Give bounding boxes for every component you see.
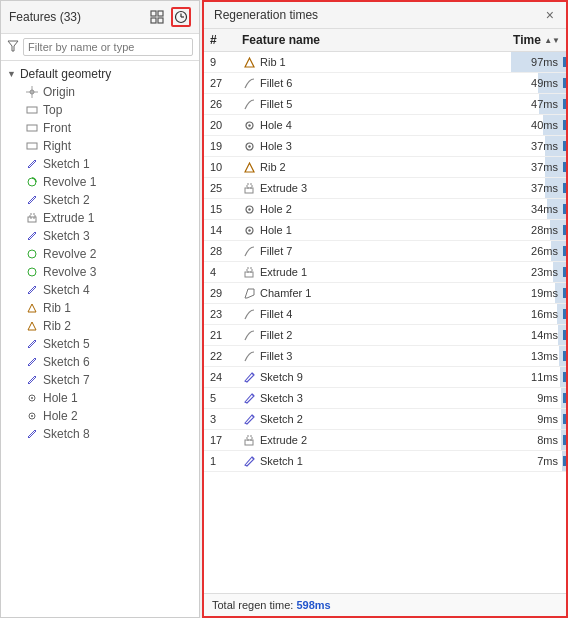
col-header-num: # — [204, 29, 236, 52]
cell-time: 14ms — [496, 325, 566, 346]
sketch3-label: Sketch 3 — [43, 229, 90, 243]
table-row[interactable]: 29 Chamfer 1 19ms — [204, 283, 566, 304]
tree-item-hole1[interactable]: Hole 1 — [1, 389, 199, 407]
cell-name: Hole 2 — [236, 199, 496, 220]
tree-item-rib1[interactable]: Rib 1 — [1, 299, 199, 317]
layout-icon-button[interactable] — [147, 7, 167, 27]
table-row[interactable]: 24 Sketch 9 11ms — [204, 367, 566, 388]
cell-name: Sketch 2 — [236, 409, 496, 430]
svg-marker-7 — [8, 41, 18, 51]
feature-name-text: Extrude 2 — [260, 434, 307, 446]
tree-item-sketch1[interactable]: Sketch 1 — [1, 155, 199, 173]
table-row[interactable]: 28 Fillet 7 26ms — [204, 241, 566, 262]
svg-rect-2 — [151, 18, 156, 23]
cell-time: 37ms — [496, 136, 566, 157]
table-row[interactable]: 25 Extrude 3 37ms — [204, 178, 566, 199]
filter-input[interactable] — [23, 38, 193, 56]
regen-table: # Feature name Time ▲▼ 9 Rib 1 — [204, 29, 566, 472]
tree-item-sketch6[interactable]: Sketch 6 — [1, 353, 199, 371]
table-row[interactable]: 26 Fillet 5 47ms — [204, 94, 566, 115]
svg-point-32 — [248, 229, 250, 231]
feature-name-text: Hole 1 — [260, 224, 292, 236]
table-row[interactable]: 17 Extrude 2 8ms — [204, 430, 566, 451]
table-row[interactable]: 23 Fillet 4 16ms — [204, 304, 566, 325]
tree-item-front[interactable]: Front — [1, 119, 199, 137]
right-label: Right — [43, 139, 71, 153]
feature-name-text: Fillet 3 — [260, 350, 292, 362]
sketch-icon — [242, 412, 256, 426]
tree-item-sketch8[interactable]: Sketch 8 — [1, 425, 199, 443]
cell-time: 26ms — [496, 241, 566, 262]
time-value: 7ms — [537, 455, 558, 467]
extrude-icon — [242, 265, 256, 279]
sketch2-label: Sketch 2 — [43, 193, 90, 207]
tree-item-sketch7[interactable]: Sketch 7 — [1, 371, 199, 389]
time-value: 8ms — [537, 434, 558, 446]
time-value: 49ms — [531, 77, 558, 89]
feature-tree: ▼ Default geometry Origin Top Front — [1, 61, 199, 617]
tree-item-sketch5[interactable]: Sketch 5 — [1, 335, 199, 353]
cell-num: 1 — [204, 451, 236, 472]
svg-rect-3 — [158, 18, 163, 23]
hole-icon — [242, 223, 256, 237]
cell-name: Fillet 7 — [236, 241, 496, 262]
sketch-icon-7 — [25, 373, 39, 387]
table-row[interactable]: 20 Hole 4 40ms — [204, 115, 566, 136]
sketch-icon-2 — [25, 193, 39, 207]
hole-icon — [242, 139, 256, 153]
tree-item-top[interactable]: Top — [1, 101, 199, 119]
cell-num: 10 — [204, 157, 236, 178]
tree-item-sketch3[interactable]: Sketch 3 — [1, 227, 199, 245]
tree-item-revolve3[interactable]: Revolve 3 — [1, 263, 199, 281]
tree-item-revolve1[interactable]: Revolve 1 — [1, 173, 199, 191]
cell-num: 25 — [204, 178, 236, 199]
table-row[interactable]: 19 Hole 3 37ms — [204, 136, 566, 157]
footer-label: Total regen time: — [212, 599, 293, 611]
tree-item-origin[interactable]: Origin — [1, 83, 199, 101]
table-row[interactable]: 15 Hole 2 34ms — [204, 199, 566, 220]
tree-item-sketch2[interactable]: Sketch 2 — [1, 191, 199, 209]
table-row[interactable]: 10 Rib 2 37ms — [204, 157, 566, 178]
table-row[interactable]: 1 Sketch 1 7ms — [204, 451, 566, 472]
cell-name: Hole 1 — [236, 220, 496, 241]
cell-num: 22 — [204, 346, 236, 367]
table-row[interactable]: 27 Fillet 6 49ms — [204, 73, 566, 94]
clock-icon-button[interactable] — [171, 7, 191, 27]
table-row[interactable]: 21 Fillet 2 14ms — [204, 325, 566, 346]
close-button[interactable]: × — [544, 8, 556, 22]
revolve-icon-2 — [25, 247, 39, 261]
cell-time: 7ms — [496, 451, 566, 472]
svg-point-17 — [28, 250, 36, 258]
cell-name: Sketch 9 — [236, 367, 496, 388]
feature-name-text: Fillet 5 — [260, 98, 292, 110]
regen-table-container[interactable]: # Feature name Time ▲▼ 9 Rib 1 — [204, 29, 566, 593]
table-row[interactable]: 22 Fillet 3 13ms — [204, 346, 566, 367]
default-geometry-header[interactable]: ▼ Default geometry — [1, 65, 199, 83]
svg-point-24 — [248, 124, 250, 126]
table-row[interactable]: 4 Extrude 1 23ms — [204, 262, 566, 283]
revolve-icon-3 — [25, 265, 39, 279]
fillet-icon — [242, 328, 256, 342]
sketch-icon — [242, 454, 256, 468]
svg-rect-11 — [27, 107, 37, 113]
cell-num: 23 — [204, 304, 236, 325]
tree-item-rib2[interactable]: Rib 2 — [1, 317, 199, 335]
svg-point-20 — [31, 397, 33, 399]
time-value: 23ms — [531, 266, 558, 278]
table-row[interactable]: 5 Sketch 3 9ms — [204, 388, 566, 409]
tree-item-extrude1[interactable]: Extrude 1 — [1, 209, 199, 227]
table-row[interactable]: 9 Rib 1 97ms — [204, 52, 566, 73]
tree-item-revolve2[interactable]: Revolve 2 — [1, 245, 199, 263]
sketch-icon-3 — [25, 229, 39, 243]
sketch-icon-5 — [25, 337, 39, 351]
feature-name-text: Sketch 9 — [260, 371, 303, 383]
table-row[interactable]: 14 Hole 1 28ms — [204, 220, 566, 241]
tree-item-right[interactable]: Right — [1, 137, 199, 155]
cell-name: Fillet 6 — [236, 73, 496, 94]
tree-item-sketch4[interactable]: Sketch 4 — [1, 281, 199, 299]
table-row[interactable]: 3 Sketch 2 9ms — [204, 409, 566, 430]
tree-item-hole2[interactable]: Hole 2 — [1, 407, 199, 425]
sort-arrows-icon[interactable]: ▲▼ — [544, 37, 560, 45]
feature-name-text: Sketch 1 — [260, 455, 303, 467]
sketch-icon — [25, 157, 39, 171]
